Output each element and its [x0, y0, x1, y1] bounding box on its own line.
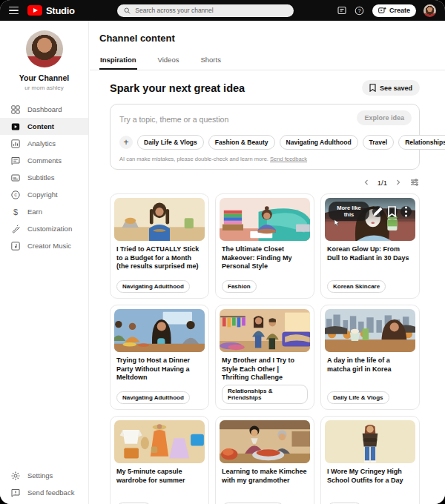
prev-page-icon[interactable] — [362, 178, 371, 187]
card-title: Korean Glow Up: From Dull to Radiant in … — [327, 245, 413, 262]
search-box[interactable] — [117, 4, 294, 17]
card-thumbnail — [220, 309, 310, 352]
sidebar-item-label: Send feedback — [27, 488, 74, 497]
card-hover-overlay: More like this — [325, 198, 415, 241]
idea-card[interactable]: A day in the life of a matcha girl in Ko… — [320, 305, 420, 410]
sidebar-item-label: Content — [27, 122, 54, 130]
card-thumbnail — [114, 309, 205, 352]
studio-logo[interactable]: Studio — [27, 5, 75, 16]
idea-card-grid: I Tried to ACTUALLY Stick to a Budget fo… — [110, 193, 420, 504]
youtube-logo-icon — [27, 5, 42, 16]
content-tabs: Inspiration Videos Shorts — [90, 52, 445, 70]
send-feedback-link[interactable]: Send feedback — [270, 156, 307, 162]
sidebar-item-send-feedback[interactable]: Send feedback — [0, 484, 88, 501]
sidebar-item-label: Copyright — [27, 190, 58, 199]
idea-card[interactable]: The Ultimate Closet Makeover: Finding My… — [215, 193, 314, 299]
card-thumbnail — [325, 420, 415, 463]
idea-card[interactable]: More like this Korean Glow Up: From Dull… — [320, 193, 420, 299]
add-topic-icon[interactable]: + — [119, 136, 133, 149]
edit-idea-icon[interactable] — [372, 206, 383, 217]
idea-card[interactable]: My Brother and I Try to Style Each Other… — [215, 305, 314, 410]
card-tag[interactable]: Relationships & Friendships — [222, 385, 308, 404]
more-like-this-label: More like this — [337, 205, 361, 218]
content-icon — [10, 122, 20, 131]
topic-chip[interactable]: Fashion & Beauty — [208, 135, 275, 150]
card-tag[interactable]: Fashion — [222, 280, 257, 293]
idea-card[interactable]: Learning to make Kimchee with my grandmo… — [215, 416, 314, 504]
cursor-pointer-icon — [334, 219, 340, 226]
card-tag[interactable]: Daily Life & Vlogs — [327, 391, 389, 404]
sidebar: Your Channel ur mom ashley Dashboard Con… — [0, 21, 89, 504]
card-tag[interactable]: Korean Skincare — [327, 280, 386, 293]
card-thumbnail: More like this — [325, 198, 415, 241]
gear-icon — [10, 471, 20, 480]
search-area — [75, 4, 337, 17]
sidebar-item-copyright[interactable]: c Copyright — [0, 186, 88, 203]
menu-icon[interactable] — [9, 7, 19, 14]
sidebar-item-dashboard[interactable]: Dashboard — [0, 101, 88, 118]
sidebar-item-label: Customization — [27, 225, 72, 233]
idea-card[interactable]: My 5-minute capsule wardrobe for summer … — [110, 416, 209, 504]
topic-chip[interactable]: Relationships & Friendships — [398, 135, 445, 150]
sidebar-item-settings[interactable]: Settings — [0, 467, 88, 484]
youtube-studio-window: Studio ? Create Your Channel — [0, 0, 445, 504]
see-saved-button[interactable]: See saved — [362, 80, 420, 96]
filter-tune-icon[interactable] — [409, 177, 420, 188]
account-avatar[interactable] — [423, 4, 436, 17]
topic-chip[interactable]: Navigating Adulthood — [280, 135, 358, 150]
card-title: I Tried to ACTUALLY Stick to a Budget fo… — [116, 245, 202, 271]
card-title: The Ultimate Closet Makeover: Finding My… — [222, 245, 308, 271]
copyright-icon: c — [10, 190, 20, 199]
card-title: Trying to Host a Dinner Party Without Ha… — [116, 357, 202, 382]
inspiration-heading: Spark your next great idea — [110, 82, 245, 94]
channel-info: Your Channel ur mom ashley — [0, 21, 88, 91]
create-video-icon — [378, 7, 386, 14]
sidebar-item-analytics[interactable]: Analytics — [0, 135, 88, 152]
card-tag[interactable]: Navigating Adulthood — [116, 280, 190, 293]
save-idea-bookmark-icon[interactable] — [386, 206, 398, 217]
card-tag[interactable]: Navigating Adulthood — [116, 391, 190, 404]
tab-shorts[interactable]: Shorts — [200, 52, 221, 70]
idea-prompt-card: Explore idea + Daily Life & Vlogs Fashio… — [110, 104, 420, 170]
channel-avatar[interactable] — [26, 30, 63, 67]
sidebar-item-subtitles[interactable]: Subtitles — [0, 169, 88, 186]
channel-name: Your Channel — [0, 73, 88, 82]
feedback-icon[interactable] — [337, 5, 347, 16]
topic-input[interactable] — [119, 115, 342, 124]
sidebar-item-comments[interactable]: Comments — [0, 152, 88, 169]
more-options-icon[interactable] — [400, 206, 412, 217]
card-title: My 5-minute capsule wardrobe for summer — [116, 468, 202, 485]
sidebar-item-label: Earn — [27, 208, 42, 216]
sidebar-item-content[interactable]: Content — [0, 118, 88, 135]
idea-card[interactable]: Trying to Host a Dinner Party Without Ha… — [110, 305, 209, 410]
sidebar-item-creator-music[interactable]: Creator Music — [0, 237, 88, 254]
search-input[interactable] — [135, 7, 287, 14]
sidebar-item-label: Settings — [27, 471, 53, 480]
card-thumbnail — [220, 198, 310, 241]
sidebar-item-customization[interactable]: Customization — [0, 220, 88, 237]
card-title: Learning to make Kimchee with my grandmo… — [222, 468, 308, 485]
tab-inspiration[interactable]: Inspiration — [99, 52, 137, 70]
sidebar-item-label: Comments — [27, 156, 62, 165]
sidebar-item-label: Analytics — [27, 139, 56, 147]
topic-chip[interactable]: Daily Life & Vlogs — [137, 135, 204, 150]
search-icon — [124, 7, 131, 14]
help-icon[interactable]: ? — [355, 5, 365, 16]
page-title: Channel content — [90, 21, 445, 44]
see-saved-label: See saved — [380, 84, 412, 92]
idea-card[interactable]: I Wore My Cringey High School Outfits fo… — [320, 416, 420, 504]
more-like-this-button[interactable]: More like this — [329, 202, 369, 221]
pagination: 1/1 — [110, 177, 420, 188]
explore-idea-button[interactable]: Explore idea — [357, 110, 412, 125]
brand-name: Studio — [46, 5, 75, 16]
topic-chip[interactable]: Travel — [363, 135, 395, 150]
ai-disclaimer-text: AI can make mistakes, please double-chec… — [119, 156, 268, 162]
tab-videos[interactable]: Videos — [157, 52, 180, 70]
create-button-label: Create — [389, 7, 410, 14]
idea-card[interactable]: I Tried to ACTUALLY Stick to a Budget fo… — [110, 193, 209, 299]
sidebar-item-earn[interactable]: $ Earn — [0, 203, 88, 220]
next-page-icon[interactable] — [394, 178, 403, 187]
creator-music-icon — [10, 241, 20, 251]
create-button[interactable]: Create — [372, 4, 416, 17]
dashboard-icon — [10, 105, 20, 114]
